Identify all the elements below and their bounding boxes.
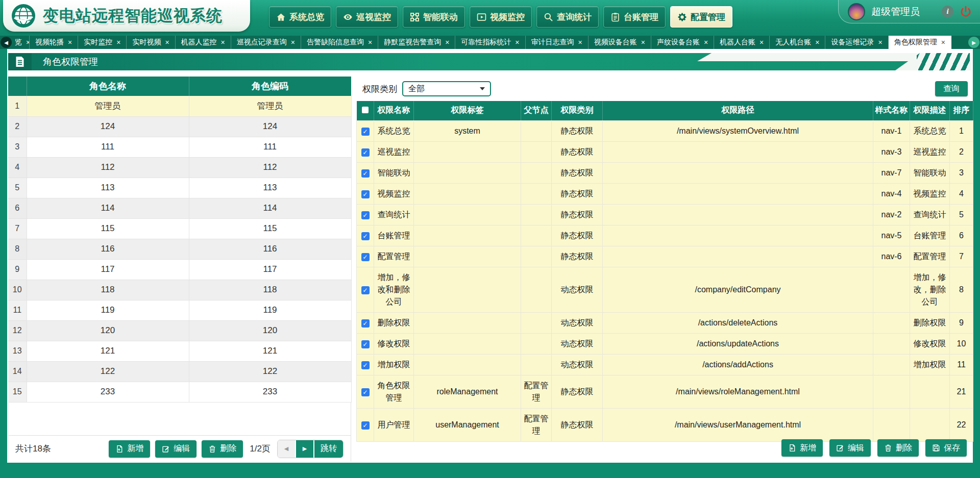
table-row[interactable]: 12 120 120 xyxy=(8,320,351,341)
delete-permission-button[interactable]: 删除 xyxy=(877,439,919,457)
tab-close-icon[interactable]: × xyxy=(165,39,169,46)
perm-desc-cell: 系统总览 xyxy=(910,120,950,141)
table-row[interactable]: 5 113 113 xyxy=(8,178,351,198)
table-row[interactable]: ✓ 用户管理 userManagement 配置管理 静态权限 /main/vi… xyxy=(357,408,973,441)
nav-item-video-monitor[interactable]: 视频监控 xyxy=(470,6,532,28)
permission-type-select[interactable]: 全部 xyxy=(402,81,491,96)
tab-item[interactable]: 视频设备台账 × xyxy=(589,36,651,49)
tab-label: 视频设备台账 xyxy=(594,38,637,47)
table-row[interactable]: 9 117 117 xyxy=(8,259,351,280)
table-row[interactable]: ✓ 智能联动 静态权限 nav-7 智能联动 3 xyxy=(357,162,973,183)
table-row[interactable]: 10 118 118 xyxy=(8,280,351,300)
tab-close-icon[interactable]: × xyxy=(704,39,708,46)
table-row[interactable]: ✓ 删除权限 动态权限 /actions/deleteActions 删除权限 … xyxy=(357,312,973,333)
tab-close-icon[interactable]: × xyxy=(760,39,764,46)
tab-item[interactable]: 静默监视告警查询 × xyxy=(378,36,455,49)
table-row[interactable]: 15 233 233 xyxy=(8,382,351,402)
table-row[interactable]: ✓ 系统总览 system 静态权限 /main/views/systemOve… xyxy=(357,120,973,141)
tab-close-icon[interactable]: × xyxy=(116,39,120,46)
row-checkbox[interactable]: ✓ xyxy=(361,361,370,369)
table-row[interactable]: 14 122 122 xyxy=(8,361,351,382)
table-row[interactable]: 13 121 121 xyxy=(8,341,351,361)
tab-close-icon[interactable]: × xyxy=(578,39,582,46)
tab-item[interactable]: 可靠性指标统计 × xyxy=(455,36,525,49)
row-checkbox[interactable]: ✓ xyxy=(361,128,370,136)
prev-page-button[interactable]: ◀ xyxy=(278,440,295,458)
table-row[interactable]: 4 112 112 xyxy=(8,157,351,178)
info-icon[interactable]: i xyxy=(942,6,953,17)
nav-item-ledger-mgmt[interactable]: 台账管理 xyxy=(603,6,666,28)
row-checkbox[interactable]: ✓ xyxy=(361,286,370,294)
jump-button[interactable]: 跳转 xyxy=(314,440,343,458)
tab-close-icon[interactable]: × xyxy=(878,39,882,46)
table-row[interactable]: ✓ 巡视监控 静态权限 nav-3 巡视监控 2 xyxy=(357,141,973,162)
tab-item[interactable]: 巡视点记录查询 × xyxy=(231,36,301,49)
table-row[interactable]: 2 124 124 xyxy=(8,116,351,137)
tab-item[interactable]: 实时视频 × xyxy=(127,36,175,49)
tab-item[interactable]: 机器人监控 × xyxy=(176,36,231,49)
tab-close-icon[interactable]: × xyxy=(641,39,645,46)
table-row[interactable]: 1 管理员 管理员 xyxy=(8,96,351,116)
table-row[interactable]: ✓ 查询统计 静态权限 nav-2 查询统计 5 xyxy=(357,204,973,225)
table-row[interactable]: ✓ 台账管理 静态权限 nav-5 台账管理 6 xyxy=(357,225,973,246)
nav-item-config-mgmt[interactable]: 配置管理 xyxy=(670,6,732,28)
table-row[interactable]: 3 111 111 xyxy=(8,137,351,157)
user-avatar[interactable] xyxy=(848,3,865,20)
table-row[interactable]: ✓ 增加，修改和删除公司 动态权限 /company/editCompany 增… xyxy=(357,267,973,312)
tab-item[interactable]: 声纹设备台账 × xyxy=(651,36,714,49)
nav-item-query-stats[interactable]: 查询统计 xyxy=(536,6,599,28)
table-row[interactable]: ✓ 修改权限 动态权限 /actions/updateActions 修改权限 … xyxy=(357,333,973,354)
table-row[interactable]: ✓ 角色权限管理 roleManagement 配置管理 静态权限 /main/… xyxy=(357,375,973,408)
tab-close-icon[interactable]: × xyxy=(221,39,225,46)
tab-item[interactable]: 实时监控 × xyxy=(78,36,127,49)
table-row[interactable]: 8 116 116 xyxy=(8,239,351,259)
next-page-button[interactable]: ▶ xyxy=(296,440,313,458)
table-row[interactable]: 6 114 114 xyxy=(8,198,351,218)
nav-item-smart-linkage[interactable]: 智能联动 xyxy=(403,6,465,28)
row-checkbox[interactable]: ✓ xyxy=(361,340,370,348)
row-checkbox[interactable]: ✓ xyxy=(361,319,370,328)
tab-close-icon[interactable]: × xyxy=(26,39,30,46)
row-checkbox[interactable]: ✓ xyxy=(361,388,370,396)
tab-item[interactable]: 览 × xyxy=(12,36,30,49)
table-row[interactable]: 7 115 115 xyxy=(8,218,351,239)
table-row[interactable]: ✓ 视频监控 静态权限 nav-4 视频监控 4 xyxy=(357,183,973,204)
tab-close-icon[interactable]: × xyxy=(941,39,945,46)
nav-item-system-overview[interactable]: 系统总览 xyxy=(269,6,331,28)
tab-scroll-right-button[interactable]: ▶ xyxy=(968,37,979,48)
tab-close-icon[interactable]: × xyxy=(445,39,449,46)
tab-close-icon[interactable]: × xyxy=(368,39,372,46)
row-checkbox[interactable]: ✓ xyxy=(361,421,370,430)
row-checkbox[interactable]: ✓ xyxy=(361,169,370,178)
edit-role-button[interactable]: 编辑 xyxy=(155,440,197,458)
tab-close-icon[interactable]: × xyxy=(515,39,519,46)
save-button[interactable]: 保存 xyxy=(925,439,967,457)
edit-permission-button[interactable]: 编辑 xyxy=(829,439,871,457)
table-row[interactable]: 11 119 119 xyxy=(8,300,351,320)
delete-role-button[interactable]: 删除 xyxy=(202,440,243,458)
tab-item[interactable]: 审计日志查询 × xyxy=(526,36,589,49)
tab-item[interactable]: 设备运维记录 × xyxy=(825,36,888,49)
tab-close-icon[interactable]: × xyxy=(291,39,295,46)
add-permission-button[interactable]: 新增 xyxy=(781,439,823,457)
select-all-checkbox[interactable] xyxy=(362,107,369,113)
row-checkbox[interactable]: ✓ xyxy=(361,232,370,240)
row-checkbox[interactable]: ✓ xyxy=(361,211,370,219)
tab-scroll-left-button[interactable]: ◀ xyxy=(1,37,12,48)
row-checkbox[interactable]: ✓ xyxy=(361,190,370,198)
tab-close-icon[interactable]: × xyxy=(68,39,72,46)
tab-item[interactable]: 角色权限管理 × xyxy=(889,36,951,49)
table-row[interactable]: ✓ 增加权限 动态权限 /actions/addActions 增加权限 11 xyxy=(357,354,973,375)
row-checkbox[interactable]: ✓ xyxy=(361,253,370,261)
table-row[interactable]: ✓ 配置管理 静态权限 nav-6 配置管理 7 xyxy=(357,246,973,267)
power-logout-icon[interactable] xyxy=(960,6,972,18)
tab-item[interactable]: 视频轮播 × xyxy=(30,36,78,49)
nav-item-patrol-monitor[interactable]: 巡视监控 xyxy=(336,6,398,28)
tab-item[interactable]: 机器人台账 × xyxy=(714,36,770,49)
add-role-button[interactable]: 新增 xyxy=(109,440,150,458)
query-button[interactable]: 查询 xyxy=(935,81,968,96)
tab-item[interactable]: 无人机台账 × xyxy=(770,36,825,49)
row-checkbox[interactable]: ✓ xyxy=(361,148,370,157)
tab-close-icon[interactable]: × xyxy=(815,39,819,46)
tab-item[interactable]: 告警缺陷信息查询 × xyxy=(301,36,378,49)
